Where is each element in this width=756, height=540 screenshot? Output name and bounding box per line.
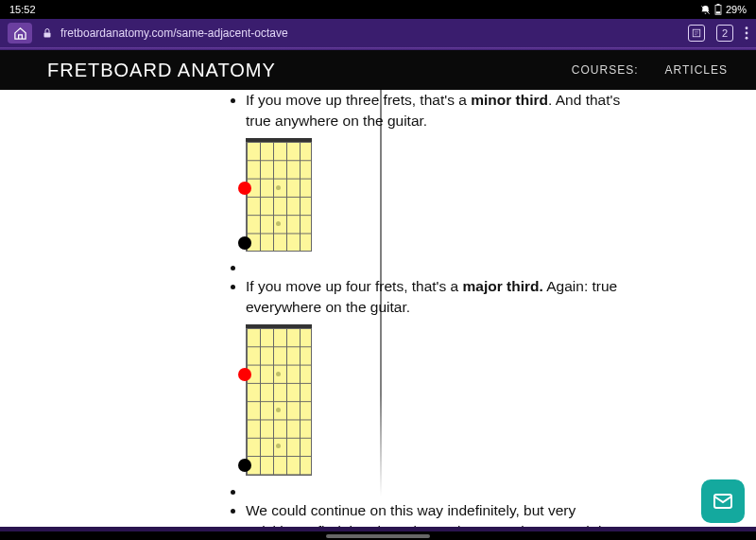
reader-icon [692,28,701,38]
interval-note-dot [238,236,251,250]
menu-button[interactable] [745,26,748,40]
home-icon [13,26,27,41]
bullet-major-third: If you move up four frets, that's a majo… [246,276,624,476]
home-button[interactable] [8,23,32,44]
clock: 15:52 [9,4,36,15]
lock-icon [42,27,53,39]
site-nav: COURSES: ARTICLES [572,63,728,77]
fretboard-diagram-minor-third [246,138,312,252]
center-divider-shadow [380,90,382,496]
tabs-button[interactable]: 2 [716,25,733,42]
svg-point-9 [746,26,748,29]
fretboard-diagram-major-third [246,324,312,476]
svg-point-10 [746,32,748,35]
empty-bullet [246,257,624,270]
url-bar[interactable]: fretboardanatomy.com/same-adjacent-octav… [42,26,679,40]
mail-icon [712,490,734,513]
nav-articles[interactable]: ARTICLES [665,63,728,77]
empty-bullet [246,481,624,495]
tab-count: 2 [722,27,728,39]
svg-rect-2 [716,4,719,6]
battery-percent: 29% [726,4,747,15]
nav-pill[interactable] [326,534,430,538]
nav-courses[interactable]: COURSES: [572,63,639,77]
site-brand[interactable]: FRETBOARD ANATOMY [47,60,276,81]
page-content: If you move up three frets, that's a min… [0,90,756,540]
android-status-bar: 15:52 29% [0,0,756,19]
root-note-dot [238,182,251,195]
reader-mode-button[interactable] [688,25,705,42]
site-header: FRETBOARD ANATOMY COURSES: ARTICLES [0,50,756,90]
browser-toolbar: fretboardanatomy.com/same-adjacent-octav… [0,19,756,47]
url-text: fretboardanatomy.com/same-adjacent-octav… [60,26,288,40]
svg-point-11 [746,37,748,40]
svg-rect-3 [716,11,721,13]
root-note-dot [238,368,251,381]
bullet-minor-third: If you move up three frets, that's a min… [246,90,624,252]
interval-note-dot [238,459,251,472]
dnd-icon [700,5,711,15]
svg-rect-4 [44,33,51,38]
battery-icon [714,4,722,15]
contact-mail-button[interactable] [701,479,745,523]
